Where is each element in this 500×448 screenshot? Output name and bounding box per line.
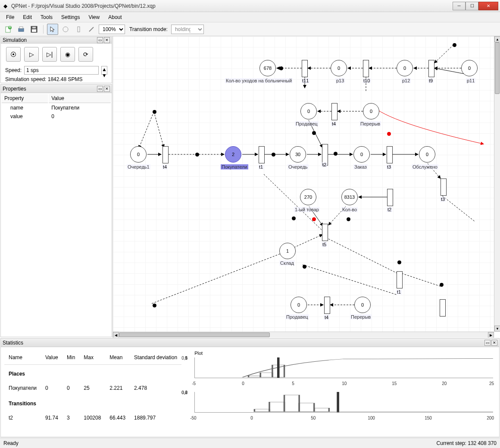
transition-t4a[interactable] — [331, 103, 338, 120]
place-ochered1[interactable]: 0 — [130, 146, 147, 163]
svg-rect-9 — [78, 27, 80, 32]
step-forward-button[interactable]: ▷| — [42, 47, 57, 62]
transition-tool[interactable] — [73, 24, 84, 35]
toolbar: + 100% Transition mode: holding — [0, 22, 500, 36]
new-file-button[interactable]: + — [3, 24, 14, 35]
property-row[interactable]: value0 — [2, 113, 111, 120]
place-p11[interactable]: 0 — [461, 60, 478, 76]
transition-t4c[interactable] — [324, 297, 330, 314]
place-p_678[interactable]: 678 — [259, 60, 276, 76]
reload-button[interactable]: ⟳ — [78, 47, 93, 62]
transition-label: t3 — [440, 197, 446, 202]
simulation-panel-title: Simulation — [3, 37, 96, 43]
status-ready: Ready — [3, 440, 19, 446]
stats-row[interactable]: Покупатели 0 0 25 2.221 2.478 — [4, 381, 181, 395]
statistics-title: Statistics — [3, 340, 484, 346]
transition-t11[interactable] — [302, 60, 308, 77]
value-header: Value — [49, 94, 111, 103]
place-p13[interactable]: 0 — [331, 60, 347, 76]
app-icon: ◆ — [2, 3, 9, 9]
transition-label: t4 — [162, 164, 168, 169]
horizontal-scrollbar[interactable]: ◀ ▶ — [113, 332, 494, 338]
svg-rect-3 — [19, 28, 24, 31]
transition-mode-select[interactable]: holding — [171, 25, 204, 34]
menu-settings[interactable]: Settings — [57, 13, 84, 22]
place-prodavets2[interactable]: 0 — [291, 297, 307, 313]
place-label: p13 — [335, 78, 345, 83]
places-plot: 1 0,5 0 -5 0 5 10 15 20 — [181, 356, 496, 386]
menu-edit[interactable]: Edit — [19, 13, 36, 22]
menu-file[interactable]: File — [2, 13, 19, 22]
transition-t3a[interactable] — [387, 146, 393, 163]
close-icon[interactable]: ✕ — [104, 86, 110, 92]
play-button[interactable]: ▷ — [24, 47, 39, 62]
transition-t2b[interactable] — [387, 189, 393, 206]
place-obsluzheno[interactable]: 0 — [419, 146, 435, 163]
prop-header: Property — [2, 94, 48, 103]
svg-rect-45 — [255, 409, 270, 412]
stats-row[interactable]: t2 91.74 3 100208 66.443 1889.797 — [4, 411, 181, 425]
place-label: Очередь — [288, 164, 309, 169]
transition-mode-label: Transition mode: — [129, 26, 168, 32]
place-label: p11 — [466, 78, 475, 83]
place-ochered[interactable]: 30 — [290, 146, 306, 163]
minimize-button[interactable]: ─ — [453, 2, 466, 10]
properties-table: PropertyValue nameПокупатели value0 — [1, 93, 112, 121]
dock-icon[interactable]: ▭ — [97, 37, 103, 43]
place-zakaz[interactable]: 0 — [353, 146, 370, 163]
menu-about[interactable]: About — [104, 13, 126, 22]
canvas-area: 678Кол-во уходов на больничный0p130p120p… — [113, 36, 500, 338]
place-label: Перерыв — [359, 121, 381, 126]
place-tovar1[interactable]: 270 — [300, 189, 316, 205]
transition-t4b[interactable] — [162, 146, 169, 163]
place-prodavets[interactable]: 0 — [300, 103, 317, 119]
dock-icon[interactable]: ▭ — [97, 86, 103, 92]
dock-icon[interactable]: ▭ — [484, 340, 491, 346]
step-back-button[interactable]: ⦿ — [6, 47, 21, 62]
transition-tx[interactable] — [440, 299, 446, 316]
arc-tool[interactable] — [86, 24, 97, 35]
place-kolvo[interactable]: 8313 — [341, 189, 358, 205]
place-pereryv2[interactable]: 0 — [354, 297, 371, 313]
menu-tools[interactable]: Tools — [36, 13, 57, 22]
transition-t3b[interactable] — [441, 179, 447, 196]
sim-speed-text: Simulation speed: 1842.48 SPMS — [1, 75, 112, 83]
place-pereryv[interactable]: 0 — [363, 103, 379, 119]
transition-t1b[interactable] — [397, 271, 403, 288]
place-sklad[interactable]: 1 — [279, 243, 296, 259]
place-label: Кол-во уходов на больничный — [225, 78, 293, 83]
statistics-table: Name Value Min Max Mean Standard deviati… — [4, 351, 181, 425]
transition-t9[interactable] — [428, 60, 434, 77]
place-pokupateli[interactable]: 2 — [225, 146, 241, 163]
transition-label: t1 — [396, 289, 402, 294]
stop-button[interactable]: ◉ — [60, 47, 75, 62]
transition-t5[interactable] — [322, 224, 328, 241]
close-button[interactable]: ✕ — [478, 2, 498, 10]
zoom-select[interactable]: 100% — [99, 25, 125, 34]
transition-t10[interactable] — [363, 60, 369, 77]
place-p12[interactable]: 0 — [397, 60, 413, 76]
svg-rect-49 — [314, 408, 329, 412]
place-label: Продавец — [295, 121, 319, 126]
pointer-tool[interactable] — [47, 24, 58, 35]
speed-input[interactable] — [24, 66, 99, 75]
speed-label: Speed: — [5, 67, 22, 73]
petri-net-canvas[interactable]: 678Кол-во уходов на больничный0p130p120p… — [113, 36, 494, 332]
svg-rect-47 — [284, 395, 300, 412]
place-label: Очередь1 — [127, 164, 150, 169]
vertical-scrollbar[interactable]: ▲ ▼ — [494, 36, 500, 332]
place-label: Покупатели — [221, 164, 248, 169]
place-tool[interactable] — [60, 24, 71, 35]
close-icon[interactable]: ✕ — [491, 340, 497, 346]
print-button[interactable] — [16, 24, 27, 35]
speed-spinner[interactable]: ▲▼ — [101, 66, 107, 75]
transition-t1[interactable] — [259, 146, 265, 163]
svg-rect-46 — [269, 402, 284, 412]
property-row[interactable]: nameПокупатели — [2, 104, 111, 112]
svg-rect-6 — [32, 29, 36, 32]
maximize-button[interactable]: ☐ — [466, 2, 478, 10]
menu-view[interactable]: View — [84, 13, 104, 22]
transition-label: t1 — [258, 164, 264, 169]
close-icon[interactable]: ✕ — [104, 37, 110, 43]
save-button[interactable] — [28, 24, 40, 35]
